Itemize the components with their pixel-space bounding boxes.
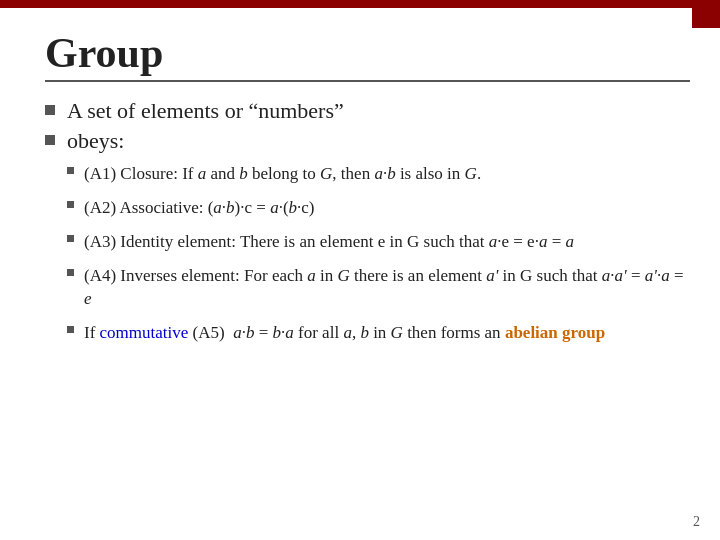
main-bullet-2: obeys: <box>45 128 690 154</box>
slide-title: Group <box>45 30 690 76</box>
main-bullet-2-text: obeys: <box>67 128 124 154</box>
sub-bullet-3: (A3) Identity element: There is an eleme… <box>67 230 690 254</box>
sub-bullet-list: (A1) Closure: If a and b belong to G, th… <box>67 162 690 345</box>
sub-bullet-5-text: If commutative (A5) a·b = b·a for all a,… <box>84 321 690 345</box>
sub-bullet-4-text: (A4) Inverses element: For each a in G t… <box>84 264 690 312</box>
top-bar <box>0 0 720 8</box>
page-number: 2 <box>693 514 700 530</box>
commutative-text: commutative <box>100 323 189 342</box>
sub-bullet-square-5 <box>67 326 74 333</box>
main-bullet-1: A set of elements or “numbers” <box>45 98 690 124</box>
main-bullet-list: A set of elements or “numbers” obeys: <box>45 98 690 154</box>
sub-bullet-5: If commutative (A5) a·b = b·a for all a,… <box>67 321 690 345</box>
sub-bullet-2: (A2) Associative: (a·b)·c = a·(b·c) <box>67 196 690 220</box>
sub-bullet-square-1 <box>67 167 74 174</box>
sub-bullet-4: (A4) Inverses element: For each a in G t… <box>67 264 690 312</box>
bullet-square-1 <box>45 105 55 115</box>
abelian-group-text: abelian group <box>505 323 605 342</box>
sub-bullet-1: (A1) Closure: If a and b belong to G, th… <box>67 162 690 186</box>
sub-bullet-square-2 <box>67 201 74 208</box>
title-divider <box>45 80 690 82</box>
sub-bullet-3-text: (A3) Identity element: There is an eleme… <box>84 230 690 254</box>
sub-bullet-2-text: (A2) Associative: (a·b)·c = a·(b·c) <box>84 196 690 220</box>
corner-box <box>692 0 720 28</box>
sub-bullet-1-text: (A1) Closure: If a and b belong to G, th… <box>84 162 690 186</box>
sub-bullet-square-3 <box>67 235 74 242</box>
main-bullet-1-text: A set of elements or “numbers” <box>67 98 344 124</box>
slide-content: Group A set of elements or “numbers” obe… <box>45 30 690 510</box>
sub-bullet-square-4 <box>67 269 74 276</box>
bullet-square-2 <box>45 135 55 145</box>
